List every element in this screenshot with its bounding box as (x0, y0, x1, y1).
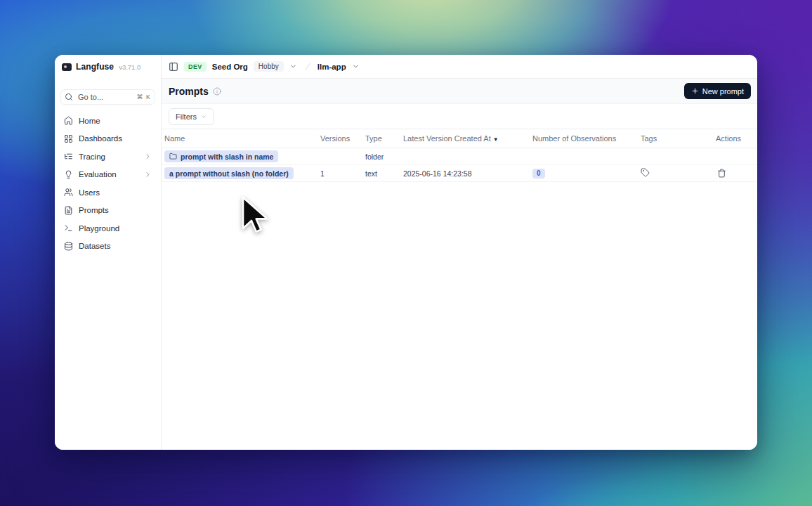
sidebar: Langfuse v3.71.0 Go to... ⌘ K Home (55, 55, 162, 450)
sidebar-item-home[interactable]: Home (60, 112, 155, 130)
column-header-observations[interactable]: Number of Observations (532, 134, 641, 143)
prompt-name: a prompt without slash (no folder) (169, 169, 289, 178)
chevron-right-icon (144, 171, 152, 179)
project-dropdown-chevron-icon[interactable] (352, 63, 360, 70)
info-icon[interactable] (213, 87, 221, 96)
main-content: DEV Seed Org Hobby llm-app Prompts (162, 55, 757, 450)
column-header-versions[interactable]: Versions (320, 134, 365, 143)
trash-icon[interactable] (717, 169, 726, 178)
chevron-right-icon (144, 153, 152, 160)
table-row[interactable]: a prompt without slash (no folder) 1 tex… (162, 165, 757, 182)
desktop-wallpaper: Langfuse v3.71.0 Go to... ⌘ K Home (0, 0, 812, 506)
tags-cell (641, 168, 716, 179)
prompts-icon (64, 206, 73, 215)
sidebar-item-playground[interactable]: Playground (60, 219, 155, 238)
sidebar-item-prompts[interactable]: Prompts (60, 202, 155, 220)
sidebar-item-evaluation[interactable]: Evaluation (60, 166, 155, 184)
filters-button[interactable]: Filters (169, 108, 214, 125)
langfuse-app-window: Langfuse v3.71.0 Go to... ⌘ K Home (55, 55, 757, 450)
sidebar-item-datasets[interactable]: Datasets (60, 238, 155, 256)
datasets-icon (64, 242, 73, 251)
column-header-name[interactable]: Name (164, 134, 320, 143)
observations-count-badge: 0 (532, 169, 545, 179)
brand-row: Langfuse v3.71.0 (55, 55, 161, 79)
playground-icon (64, 223, 73, 233)
app-version: v3.71.0 (119, 63, 140, 71)
sidebar-nav: Home Dashboards Tracing (55, 110, 161, 257)
sidebar-item-dashboards[interactable]: Dashboards (60, 130, 155, 148)
sidebar-item-label: Playground (79, 224, 152, 233)
sidebar-item-label: Datasets (79, 242, 152, 250)
prompt-folder-link[interactable]: prompt with slash in name (164, 150, 278, 162)
tracing-icon (64, 152, 73, 161)
page-title: Prompts (169, 86, 209, 97)
column-header-actions: Actions (716, 134, 757, 143)
new-prompt-label: New prompt (702, 87, 744, 96)
dashboards-icon (64, 134, 73, 143)
sidebar-toggle-button[interactable] (169, 62, 178, 72)
go-to-search[interactable]: Go to... ⌘ K (60, 89, 155, 105)
search-icon (65, 93, 73, 101)
topbar: DEV Seed Org Hobby llm-app (162, 55, 757, 79)
plus-icon (691, 87, 699, 95)
column-header-latest-version[interactable]: Latest Version Created At▼ (403, 134, 532, 143)
tag-icon[interactable] (641, 168, 650, 177)
prompt-name: prompt with slash in name (181, 153, 273, 161)
folder-icon (169, 153, 177, 160)
prompts-table: Name Versions Type Latest Version Create… (162, 129, 757, 182)
home-icon (64, 116, 73, 125)
langfuse-logo-icon (62, 63, 72, 71)
observations-cell: 0 (532, 169, 641, 179)
type-cell: folder (365, 153, 403, 161)
page-header: Prompts New prompt (162, 79, 757, 104)
table-row[interactable]: prompt with slash in name folder (162, 148, 757, 165)
sidebar-item-label: Tracing (79, 153, 138, 161)
go-to-label: Go to... (78, 93, 131, 101)
slash-separator-icon (303, 62, 312, 71)
table-header-row: Name Versions Type Latest Version Create… (162, 129, 757, 148)
filters-label: Filters (176, 112, 197, 121)
org-name[interactable]: Seed Org (212, 63, 248, 71)
column-header-tags[interactable]: Tags (641, 134, 716, 143)
type-cell: text (365, 169, 403, 178)
brand-name: Langfuse (76, 62, 114, 72)
column-header-type[interactable]: Type (365, 134, 403, 143)
sort-desc-indicator: ▼ (493, 136, 499, 143)
sidebar-item-label: Prompts (79, 206, 152, 214)
sidebar-item-tracing[interactable]: Tracing (60, 148, 155, 166)
users-icon (64, 188, 73, 197)
sidebar-item-label: Evaluation (79, 170, 138, 179)
plan-badge: Hobby (254, 61, 284, 72)
prompt-link[interactable]: a prompt without slash (no folder) (164, 167, 294, 179)
evaluation-icon (64, 170, 73, 179)
sidebar-item-label: Dashboards (79, 134, 152, 143)
new-prompt-button[interactable]: New prompt (684, 83, 751, 99)
versions-cell: 1 (320, 169, 365, 178)
actions-cell (716, 169, 757, 178)
sidebar-item-users[interactable]: Users (60, 183, 155, 202)
latest-version-cell: 2025-06-16 14:23:58 (403, 169, 532, 178)
org-dropdown-chevron-icon[interactable] (289, 63, 297, 70)
chevron-down-icon (200, 113, 207, 120)
project-name[interactable]: llm-app (317, 63, 346, 71)
sidebar-item-label: Users (79, 188, 152, 197)
filters-row: Filters (162, 104, 757, 129)
go-to-shortcut: ⌘ K (136, 93, 151, 100)
env-badge: DEV (184, 62, 207, 72)
sidebar-item-label: Home (79, 117, 152, 125)
